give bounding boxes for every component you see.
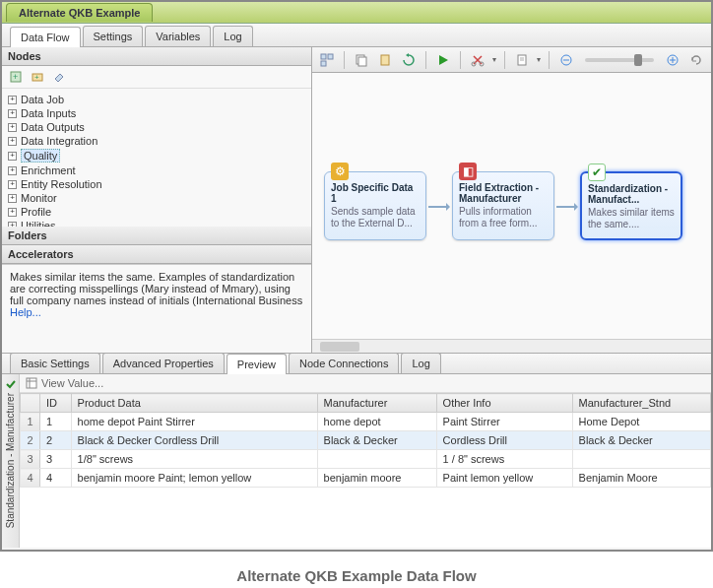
flow-canvas[interactable]: ⚙ Job Specific Data 1 Sends sample data … bbox=[312, 73, 711, 339]
tree-item-profile[interactable]: +Profile bbox=[8, 205, 305, 219]
zoom-slider[interactable] bbox=[585, 58, 654, 62]
node-standardization[interactable]: ✔ Standardization - Manufact... Makes si… bbox=[580, 171, 682, 240]
tree-item-quality[interactable]: +Quality bbox=[8, 148, 305, 163]
column-manufacturer-stnd[interactable]: Manufacturer_Stnd bbox=[572, 394, 710, 413]
svg-rect-8 bbox=[358, 57, 366, 66]
column-other-info[interactable]: Other Info bbox=[436, 394, 572, 413]
tree-item-data-inputs[interactable]: +Data Inputs bbox=[8, 106, 305, 120]
tab-advanced-properties[interactable]: Advanced Properties bbox=[102, 353, 225, 373]
tree-item-data-job[interactable]: +Data Job bbox=[8, 93, 305, 106]
nodes-tree[interactable]: +Data Job +Data Inputs +Data Outputs +Da… bbox=[2, 89, 311, 227]
add-link-icon[interactable] bbox=[51, 69, 67, 85]
checkmark-icon bbox=[5, 378, 17, 390]
tree-item-monitor[interactable]: +Monitor bbox=[8, 191, 305, 205]
refresh-icon[interactable] bbox=[400, 51, 418, 69]
preview-table: ID Product Data Manufacturer Other Info … bbox=[20, 393, 711, 488]
tree-item-data-outputs[interactable]: +Data Outputs bbox=[8, 120, 305, 134]
svg-rect-9 bbox=[381, 55, 389, 65]
add-node-icon[interactable]: + bbox=[8, 69, 24, 85]
table-row[interactable]: 331/8" screws1 / 8" screws bbox=[21, 450, 711, 469]
tree-item-entity-resolution[interactable]: +Entity Resolution bbox=[8, 177, 305, 191]
svg-rect-20 bbox=[27, 378, 36, 388]
zoom-out-icon[interactable] bbox=[557, 51, 575, 69]
node-field-extraction[interactable]: ◧ Field Extraction - Manufacturer Pulls … bbox=[452, 171, 554, 240]
add-folder-icon[interactable]: + bbox=[30, 69, 45, 85]
document-icon[interactable] bbox=[513, 51, 531, 69]
window-title-tab[interactable]: Alternate QKB Example bbox=[6, 3, 153, 22]
table-header-row: ID Product Data Manufacturer Other Info … bbox=[21, 394, 711, 413]
zoom-slider-thumb[interactable] bbox=[634, 54, 642, 66]
column-manufacturer[interactable]: Manufacturer bbox=[317, 394, 436, 413]
left-panel: Nodes + + +Data Job +Data Inputs +Data O… bbox=[2, 47, 312, 353]
run-icon[interactable] bbox=[434, 51, 452, 69]
table-row[interactable]: 22Black & Decker Cordless DrillBlack & D… bbox=[21, 431, 711, 450]
horizontal-scrollbar[interactable] bbox=[312, 339, 711, 353]
reset-view-icon[interactable] bbox=[687, 51, 705, 69]
scrollbar-thumb[interactable] bbox=[320, 342, 359, 352]
tab-node-connections[interactable]: Node Connections bbox=[289, 353, 400, 373]
preview-panel: View Value... ID Product Data Manufactur… bbox=[20, 374, 711, 548]
app-window: Alternate QKB Example Data Flow Settings… bbox=[0, 0, 713, 552]
bottom-tabs: Basic Settings Advanced Properties Previ… bbox=[2, 353, 711, 374]
svg-rect-6 bbox=[321, 61, 326, 66]
tree-item-data-integration[interactable]: +Data Integration bbox=[8, 134, 305, 148]
svg-text:+: + bbox=[34, 73, 39, 82]
tab-variables[interactable]: Variables bbox=[145, 26, 211, 46]
zoom-in-icon[interactable] bbox=[664, 51, 681, 69]
tab-log[interactable]: Log bbox=[213, 26, 252, 46]
node-description: Makes similar items the same. Examples o… bbox=[2, 264, 311, 324]
paste-icon[interactable] bbox=[376, 51, 394, 69]
accelerators-panel-header[interactable]: Accelerators bbox=[2, 245, 311, 264]
figure-caption: Alternate QKB Example Data Flow bbox=[0, 567, 713, 584]
table-icon bbox=[26, 377, 37, 389]
svg-rect-4 bbox=[321, 54, 326, 59]
nodes-toolbar: + + bbox=[2, 66, 311, 89]
titlebar: Alternate QKB Example bbox=[2, 2, 711, 24]
connector-arrow bbox=[428, 206, 448, 208]
tab-preview[interactable]: Preview bbox=[227, 354, 287, 374]
nodes-panel-header: Nodes bbox=[2, 47, 311, 66]
gear-icon: ⚙ bbox=[331, 163, 349, 180]
checkmark-icon: ✔ bbox=[588, 163, 606, 181]
tab-settings[interactable]: Settings bbox=[83, 26, 144, 46]
svg-text:+: + bbox=[13, 72, 18, 82]
cut-icon[interactable] bbox=[469, 51, 486, 69]
canvas-toolbar: ▾ ▾ bbox=[312, 47, 711, 73]
database-icon: ◧ bbox=[459, 163, 477, 180]
table-row[interactable]: 44benjamin moore Paint; lemon yellowbenj… bbox=[21, 469, 711, 488]
tree-item-utilities[interactable]: +Utilities bbox=[8, 219, 305, 227]
node-job-specific-data[interactable]: ⚙ Job Specific Data 1 Sends sample data … bbox=[324, 171, 426, 240]
table-row[interactable]: 11home depot Paint Stirrerhome depotPain… bbox=[21, 413, 711, 431]
tab-basic-settings[interactable]: Basic Settings bbox=[10, 353, 100, 373]
tab-log-bottom[interactable]: Log bbox=[401, 353, 440, 373]
preview-side-label: Standardization - Manufacturer bbox=[2, 374, 20, 548]
column-id[interactable]: ID bbox=[40, 394, 72, 413]
tab-data-flow[interactable]: Data Flow bbox=[10, 27, 81, 47]
folders-panel-header[interactable]: Folders bbox=[2, 227, 311, 245]
main-tabs: Data Flow Settings Variables Log bbox=[2, 24, 711, 47]
copy-icon[interactable] bbox=[353, 51, 370, 69]
svg-rect-5 bbox=[328, 54, 333, 59]
view-value-button[interactable]: View Value... bbox=[20, 374, 711, 393]
layout-icon[interactable] bbox=[318, 51, 336, 69]
connector-arrow bbox=[556, 206, 576, 208]
column-product-data[interactable]: Product Data bbox=[71, 394, 317, 413]
tree-item-enrichment[interactable]: +Enrichment bbox=[8, 163, 305, 177]
canvas-panel: ▾ ▾ ⚙ Job Specific Data 1 Sends sample d… bbox=[312, 47, 711, 353]
help-link[interactable]: Help... bbox=[10, 306, 41, 318]
